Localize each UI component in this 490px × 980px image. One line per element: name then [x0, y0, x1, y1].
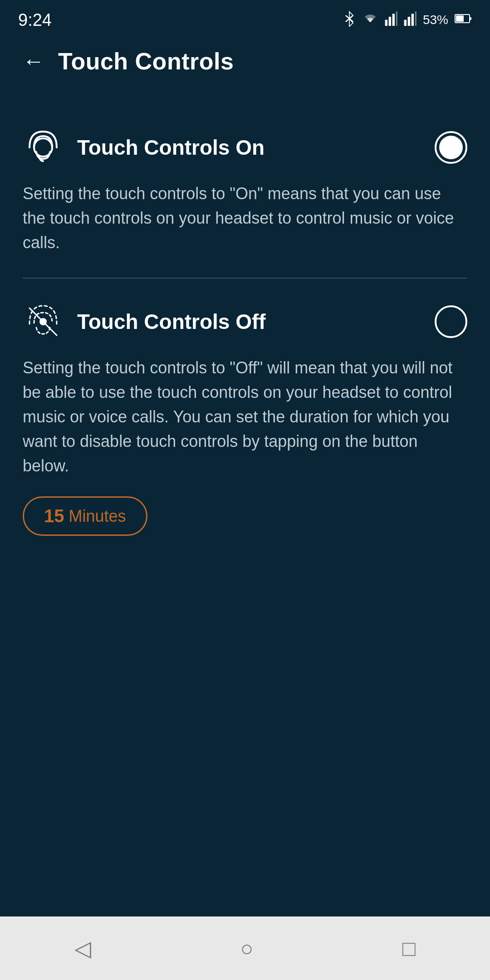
nav-home-button[interactable]: ○: [231, 927, 262, 970]
touch-on-description: Setting the touch controls to "On" means…: [23, 181, 467, 255]
svg-rect-5: [396, 11, 397, 26]
bluetooth-icon: [343, 10, 356, 30]
touch-on-header: Touch Controls On: [23, 127, 467, 168]
app-bar: ← Touch Controls: [0, 36, 490, 86]
touch-on-icon: [23, 127, 64, 168]
touch-off-option[interactable]: Touch Controls Off Setting the touch con…: [0, 279, 490, 559]
touch-off-header-left: Touch Controls Off: [23, 301, 266, 342]
svg-rect-3: [389, 17, 391, 26]
touch-on-option[interactable]: Touch Controls On Setting the touch cont…: [0, 104, 490, 278]
svg-rect-2: [385, 20, 387, 25]
nav-home-icon: ○: [240, 936, 253, 961]
touch-off-header: Touch Controls Off: [23, 301, 467, 342]
duration-button[interactable]: 15 Minutes: [23, 496, 147, 536]
back-arrow-icon: ←: [23, 49, 44, 73]
status-bar: 9:24: [0, 0, 490, 36]
touch-off-description: Setting the touch controls to "Off" will…: [23, 356, 467, 478]
status-time: 9:24: [18, 10, 52, 30]
svg-rect-4: [392, 14, 395, 26]
nav-back-icon: ◁: [74, 936, 91, 961]
page-title: Touch Controls: [58, 48, 234, 75]
nav-recent-icon: □: [402, 936, 416, 961]
touch-off-title: Touch Controls Off: [77, 309, 266, 334]
touch-on-title: Touch Controls On: [77, 135, 265, 160]
status-icons: 53%: [343, 10, 472, 30]
signal-icon-1: [385, 11, 397, 29]
wifi-icon: [362, 12, 378, 28]
battery-icon: [455, 13, 472, 27]
svg-rect-12: [470, 17, 471, 20]
svg-rect-7: [408, 17, 410, 26]
nav-recent-button[interactable]: □: [393, 927, 425, 970]
svg-rect-9: [415, 11, 416, 26]
nav-back-button[interactable]: ◁: [65, 926, 100, 970]
svg-rect-6: [404, 20, 407, 25]
touch-on-radio[interactable]: [435, 131, 467, 164]
signal-icon-2: [404, 11, 416, 29]
duration-label: Minutes: [69, 507, 126, 526]
svg-rect-8: [412, 14, 414, 26]
back-button[interactable]: ←: [18, 46, 49, 77]
battery-percentage: 53%: [423, 13, 448, 27]
touch-off-icon: [23, 301, 64, 342]
svg-rect-11: [456, 15, 464, 22]
touch-on-header-left: Touch Controls On: [23, 127, 265, 168]
navigation-bar: ◁ ○ □: [0, 916, 490, 980]
content-area: Touch Controls On Setting the touch cont…: [0, 86, 490, 916]
duration-number: 15: [44, 506, 64, 526]
touch-off-radio[interactable]: [435, 305, 467, 338]
